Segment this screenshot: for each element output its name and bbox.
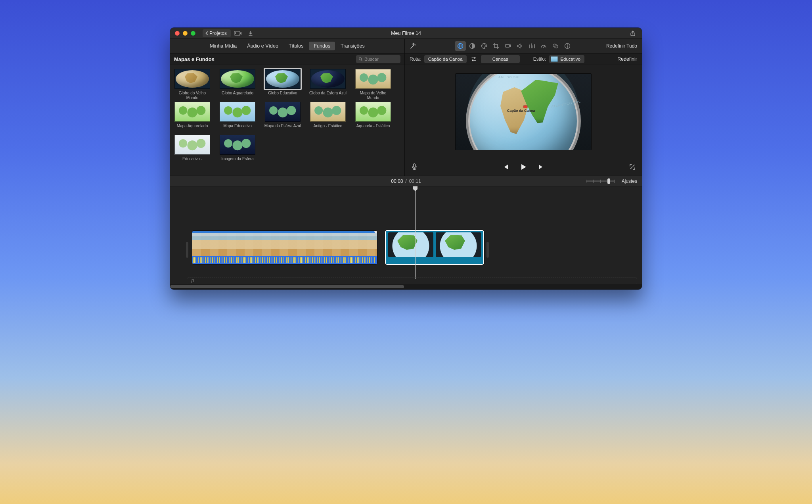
timeline-clip-beach[interactable]: ⋯ <box>192 231 377 264</box>
audio-waveform <box>192 256 377 264</box>
palette-icon <box>481 42 488 50</box>
close-window-button[interactable] <box>175 31 180 36</box>
swap-route-button[interactable] <box>470 56 478 62</box>
globe-icon <box>457 42 464 50</box>
info-adjust-button[interactable] <box>562 41 573 51</box>
reset-button[interactable]: Redefinir <box>617 56 637 62</box>
background-label: Globo Aquarelado <box>222 91 253 100</box>
svg-point-5 <box>359 57 361 60</box>
voiceover-button[interactable] <box>411 163 417 171</box>
background-item[interactable]: Aquarela - Estático <box>354 102 392 133</box>
volume-adjust-button[interactable] <box>514 41 525 51</box>
svg-point-8 <box>483 45 483 46</box>
import-media-button[interactable]: ♪ <box>232 29 243 37</box>
style-label: Estilo: <box>533 56 546 62</box>
tab-t-tulos[interactable]: Títulos <box>284 42 308 50</box>
background-thumbnail <box>265 69 301 89</box>
svg-rect-15 <box>414 164 416 167</box>
minimize-window-button[interactable] <box>183 31 188 36</box>
background-thumbnail <box>265 102 301 122</box>
filter-icon <box>552 42 559 50</box>
background-label: Imagem da Esfera <box>221 157 254 166</box>
map-marker-icon <box>523 105 527 108</box>
background-item[interactable]: Mapa da Esfera Azul <box>264 102 302 133</box>
volume-icon <box>516 42 523 50</box>
section-title: Mapas e Fundos <box>174 56 214 62</box>
style-value: Educativo <box>560 57 580 61</box>
share-button[interactable] <box>628 29 637 37</box>
background-item[interactable]: Mapa Aquarelado <box>173 102 211 133</box>
eq-adjust-button[interactable] <box>526 41 537 51</box>
inspector-toolbar: Redefinir Tudo <box>405 39 642 53</box>
backgrounds-browser[interactable]: Globo do Velho MundoGlobo AquareladoGlob… <box>170 65 404 176</box>
background-label: Aquarela - Estático <box>356 124 390 133</box>
background-item[interactable]: Imagem da Esfera <box>218 135 257 166</box>
download-button[interactable] <box>245 29 256 37</box>
timeline-zoom-slider[interactable] <box>586 180 615 182</box>
speed-icon <box>540 42 547 50</box>
back-to-projects-button[interactable]: Projetos <box>203 29 231 37</box>
style-picker[interactable]: Educativo <box>549 55 584 63</box>
background-label: Mapa da Esfera Azul <box>264 124 301 133</box>
background-thumbnail <box>310 102 346 122</box>
globe-adjust-button[interactable] <box>455 41 466 51</box>
clip-edge-handle-left[interactable] <box>186 242 188 258</box>
tab-minha-m-dia[interactable]: Minha Mídia <box>205 42 241 50</box>
background-item[interactable]: Mapa do Velho Mundo <box>354 69 392 100</box>
titlebar: Projetos ♪ Meu Filme 14 <box>170 28 642 39</box>
background-thumbnail <box>220 102 255 122</box>
route-start-button[interactable]: Capão da Canoa <box>424 55 467 63</box>
background-label: Globo da Esfera Azul <box>309 91 347 100</box>
svg-rect-11 <box>506 44 509 47</box>
filter-adjust-button[interactable] <box>550 41 561 51</box>
contrast-adjust-button[interactable] <box>467 41 478 51</box>
background-label: Mapa Aquarelado <box>177 124 208 133</box>
timeline-settings-button[interactable]: Ajustes <box>622 178 637 184</box>
imovie-window: Projetos ♪ Meu Filme 14 Minha MídiaÁudio… <box>170 28 642 289</box>
route-end-button[interactable]: Canoas <box>481 55 520 63</box>
crop-icon <box>492 42 500 50</box>
horizontal-scrollbar[interactable] <box>170 284 642 289</box>
zoom-window-button[interactable] <box>191 31 195 36</box>
background-item[interactable]: Antigo - Estático <box>309 102 347 133</box>
crop-adjust-button[interactable] <box>490 41 502 51</box>
svg-rect-2 <box>235 33 236 34</box>
speed-adjust-button[interactable] <box>538 41 549 51</box>
timeline-clip-globe[interactable] <box>386 231 483 264</box>
clip-edge-handle-right[interactable] <box>486 242 489 258</box>
palette-adjust-button[interactable] <box>479 41 490 51</box>
preview-region-label: AM. DO SUL <box>498 75 521 79</box>
timeline[interactable]: ⋯ <box>170 186 642 289</box>
play-button[interactable] <box>519 163 527 171</box>
video-track: ⋯ <box>170 230 642 265</box>
fullscreen-button[interactable] <box>629 164 636 170</box>
preview-viewer[interactable]: AM. DO SUL Capão da Canoa ATLÂNTICO SUL <box>405 65 642 158</box>
background-item[interactable]: Globo Aquarelado <box>218 69 257 100</box>
search-input[interactable]: Buscar <box>356 55 400 63</box>
background-item[interactable]: Globo do Velho Mundo <box>173 69 211 100</box>
preview-stage: AM. DO SUL Capão da Canoa ATLÂNTICO SUL <box>456 74 591 150</box>
svg-point-9 <box>484 44 485 45</box>
route-label: Rota: <box>410 56 421 62</box>
eq-icon <box>528 42 535 50</box>
tab-transi-es[interactable]: Transições <box>336 42 370 50</box>
playhead[interactable] <box>415 186 416 279</box>
clip-options-button[interactable]: ⋯ <box>374 231 377 234</box>
background-thumbnail <box>220 135 255 155</box>
background-item[interactable]: Globo da Esfera Azul <box>309 69 347 100</box>
prev-button[interactable] <box>502 164 509 170</box>
background-item[interactable]: Educativo - <box>173 135 211 166</box>
style-swatch-icon <box>551 56 558 62</box>
tab--udio-e-v-deo[interactable]: Áudio e Vídeo <box>242 42 283 50</box>
svg-rect-1 <box>235 32 236 33</box>
stabilize-adjust-button[interactable] <box>502 41 513 51</box>
background-item[interactable]: Mapa Educativo <box>218 102 257 133</box>
background-label: Globo do Velho Mundo <box>173 91 211 100</box>
reset-all-button[interactable]: Redefinir Tudo <box>606 43 637 49</box>
enhance-button[interactable] <box>410 42 417 50</box>
background-item[interactable]: Globo Educativo <box>264 69 302 100</box>
tab-fundos[interactable]: Fundos <box>309 42 335 50</box>
back-label: Projetos <box>209 31 227 36</box>
next-button[interactable] <box>538 164 545 170</box>
background-thumbnail <box>174 102 210 122</box>
